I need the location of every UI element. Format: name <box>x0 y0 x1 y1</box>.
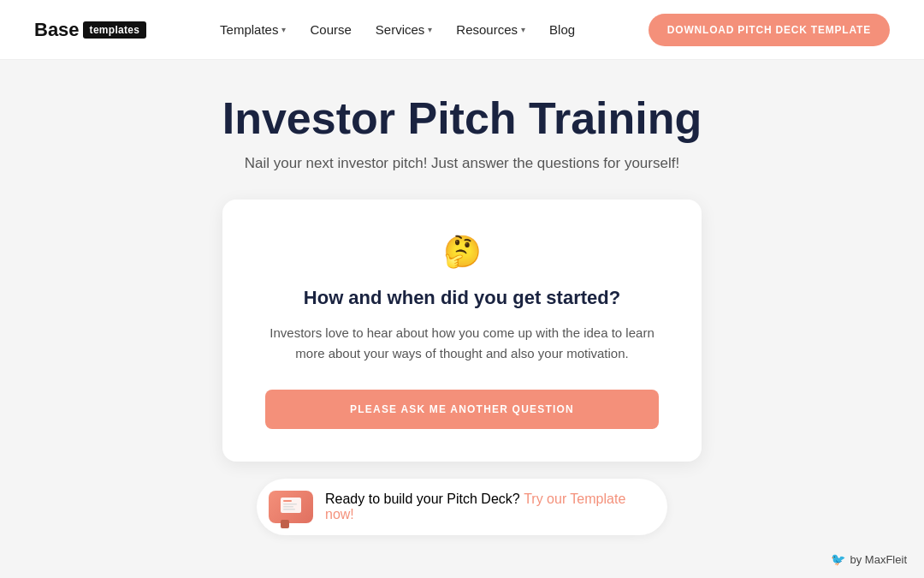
logo-badge-text: templates <box>83 21 147 39</box>
credit-text: by MaxFleit <box>850 553 907 566</box>
nav-links: Templates ▾ Course Services ▾ Resources … <box>220 22 575 37</box>
pitch-deck-banner: Ready to build your Pitch Deck? Try our … <box>257 479 667 535</box>
chevron-down-icon: ▾ <box>428 25 432 34</box>
navbar: Base templates Templates ▾ Course Servic… <box>0 0 924 60</box>
logo-base-text: Base <box>34 19 80 41</box>
pitch-banner-text-block: Ready to build your Pitch Deck? Try our … <box>325 492 643 522</box>
svg-rect-1 <box>283 500 292 502</box>
nav-resources-label: Resources <box>456 22 518 37</box>
svg-rect-3 <box>283 506 293 508</box>
nav-item-services[interactable]: Services ▾ <box>376 22 433 37</box>
svg-rect-2 <box>283 504 297 505</box>
pitch-banner-static-text: Ready to build your Pitch Deck? <box>325 492 520 506</box>
chevron-down-icon: ▾ <box>521 25 525 34</box>
card-question: How and when did you get started? <box>304 287 620 309</box>
question-card: 🤔 How and when did you get started? Inve… <box>222 200 702 462</box>
thinking-emoji: 🤔 <box>443 234 482 270</box>
logo[interactable]: Base templates <box>34 19 146 41</box>
page-subtitle: Nail your next investor pitch! Just answ… <box>245 155 679 172</box>
pitch-deck-icon <box>269 491 313 523</box>
nav-templates-label: Templates <box>220 22 278 37</box>
nav-item-course[interactable]: Course <box>310 22 351 37</box>
twitter-icon: 🐦 <box>831 552 845 566</box>
chevron-down-icon: ▾ <box>281 25 286 34</box>
download-cta-button[interactable]: DOWNLOAD PITCH DECK TEMPLATE <box>649 14 890 46</box>
nav-item-resources[interactable]: Resources ▾ <box>456 22 525 37</box>
nav-item-templates[interactable]: Templates ▾ <box>220 22 286 37</box>
nav-services-label: Services <box>376 22 425 37</box>
ask-question-button[interactable]: PLEASE ASK ME ANOTHER QUESTION <box>265 390 659 429</box>
footer-credit: 🐦 by MaxFleit <box>831 552 907 566</box>
page-title: Investor Pitch Training <box>222 94 702 143</box>
svg-rect-0 <box>281 498 301 513</box>
nav-item-blog[interactable]: Blog <box>549 22 575 37</box>
nav-blog-label: Blog <box>549 22 575 37</box>
card-description: Investors love to hear about how you com… <box>265 323 659 364</box>
main-content: Investor Pitch Training Nail your next i… <box>0 60 924 578</box>
svg-rect-4 <box>283 509 295 510</box>
nav-course-label: Course <box>310 22 351 37</box>
